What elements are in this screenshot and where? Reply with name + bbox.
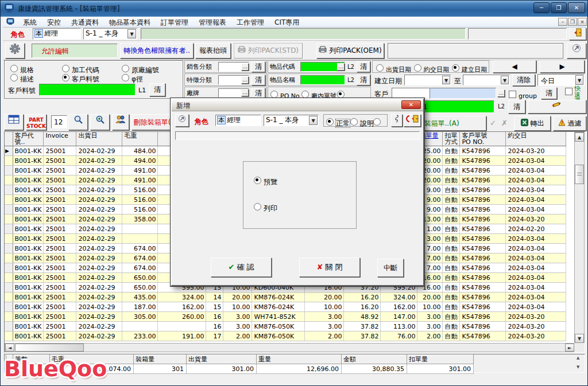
customer-browse-button[interactable]: …: [497, 89, 505, 97]
scroll-left-icon[interactable]: ◄: [5, 344, 14, 352]
minimize-button[interactable]: ─: [533, 2, 550, 13]
switch-role-button[interactable]: 轉換角色權限擁有者..: [120, 43, 194, 59]
column-header[interactable]: 出貨日: [76, 132, 122, 146]
clear-customer-button[interactable]: 清: [541, 87, 557, 99]
column-header[interactable]: 扣單 方式: [443, 132, 460, 146]
item-name-input[interactable]: [300, 75, 345, 85]
table-row[interactable]: B001-KK250012024-02-29305.00260.00163.00…: [5, 312, 566, 322]
clear-sale-class-button[interactable]: 清: [252, 61, 265, 72]
column-header[interactable]: 客戶代號..: [13, 132, 44, 146]
abort-button[interactable]: 中斷: [377, 259, 404, 277]
customer-name-input[interactable]: [430, 88, 496, 99]
brand-browse-button[interactable]: …: [241, 89, 249, 96]
feat-class-browse-button[interactable]: …: [241, 76, 249, 84]
radio-due-date[interactable]: 約交日期: [414, 63, 449, 74]
menu-item-1[interactable]: 安控: [42, 17, 66, 29]
radio-cust-part[interactable]: 客戶料號: [62, 73, 99, 84]
print-oem-button[interactable]: 列印PACK(OEM): [316, 43, 384, 59]
item-code-browse-button[interactable]: …: [337, 63, 345, 71]
page-size-input[interactable]: 12: [51, 115, 67, 128]
mdi-close-icon[interactable]: ×: [578, 18, 587, 26]
vertical-scrollbar[interactable]: ▲ ▼: [574, 132, 585, 343]
grid-view-button[interactable]: [4, 114, 24, 130]
clear-item-code-button[interactable]: 清: [357, 61, 370, 72]
radio-desc[interactable]: 描述: [10, 73, 34, 84]
scrollbar-thumb[interactable]: [15, 344, 84, 352]
today-combo[interactable]: 今日 ▼: [537, 74, 585, 86]
export-button[interactable]: 轉出: [514, 116, 551, 131]
settings-button[interactable]: [5, 43, 25, 59]
exit-button[interactable]: [569, 28, 586, 40]
scroll-right-icon[interactable]: ►: [565, 344, 574, 352]
summary-scroll-down-icon[interactable]: ▼: [577, 365, 579, 369]
radio-explain[interactable]: 說明: [350, 117, 374, 128]
chevron-down-icon[interactable]: ▼: [442, 76, 450, 84]
prev-button[interactable]: ◀: [493, 60, 536, 73]
search-button[interactable]: [68, 114, 88, 130]
report-header-button[interactable]: 報表抬頭: [195, 43, 231, 59]
filter-button[interactable]: ? 過濾(2): [553, 116, 586, 131]
group-checkbox[interactable]: group: [509, 89, 537, 100]
menu-item-7[interactable]: CIT專用: [269, 17, 304, 29]
clear-feat-class-button[interactable]: 清: [252, 75, 265, 85]
column-header[interactable]: [5, 132, 13, 146]
role-select[interactable]: S-1 _ 本身 ▼: [83, 28, 137, 40]
scroll-down-icon[interactable]: ▼: [575, 334, 584, 343]
radio-create-date[interactable]: 建立日期: [452, 63, 487, 74]
column-header[interactable]: 客戶單號 PO NO.: [460, 132, 506, 146]
clear-invoice-button[interactable]: 清: [508, 100, 525, 114]
menu-item-3[interactable]: 物品基本資料: [104, 17, 156, 29]
mdi-restore-icon[interactable]: ❐: [568, 18, 577, 26]
column-header[interactable]: 約交日: [506, 132, 566, 146]
quick-select-checkbox[interactable]: [565, 87, 572, 98]
clear-range-button[interactable]: 清除: [512, 74, 535, 86]
radio-preview[interactable]: 預覽: [254, 176, 277, 187]
clear-cust-part-button[interactable]: 清: [149, 83, 165, 96]
horizontal-scrollbar[interactable]: ◄ ►: [5, 343, 574, 352]
summary-scroll-up-icon[interactable]: ▲: [577, 356, 579, 360]
clear-brand-button[interactable]: 清: [252, 88, 265, 98]
cust-part-input[interactable]: [39, 84, 136, 96]
attachment-button[interactable]: [391, 114, 403, 127]
menu-item-6[interactable]: 工作管理: [231, 17, 269, 29]
menu-item-0[interactable]: 系統: [18, 17, 42, 29]
column-header[interactable]: 毛重: [122, 132, 158, 146]
users-button[interactable]: [112, 114, 129, 130]
edit-button[interactable]: [528, 100, 586, 114]
next-button[interactable]: ▶: [540, 60, 585, 73]
chevron-down-icon[interactable]: ▼: [127, 29, 136, 38]
radio-ship-date[interactable]: 出貨日期: [376, 63, 411, 74]
mdi-minimize-icon[interactable]: –: [558, 18, 567, 26]
close-button[interactable]: ✕: [568, 2, 585, 13]
maximize-button[interactable]: ❐: [551, 2, 567, 13]
close-dialog-button[interactable]: ✘ 關 閉: [299, 258, 360, 277]
date-from-combo[interactable]: ▼: [404, 75, 451, 85]
table-row[interactable]: B001-KK250012024-02-29163.00KM876-050K3.…: [5, 322, 566, 332]
radio-dia[interactable]: φ徑: [122, 73, 143, 84]
search-plus-button[interactable]: [90, 114, 110, 130]
clear-item-name-button[interactable]: 清: [357, 75, 370, 85]
customer-code-input[interactable]: [392, 88, 430, 99]
radio-print[interactable]: 列印: [254, 202, 277, 213]
confirm-button[interactable]: ✔ 確 認: [211, 258, 272, 277]
chevron-down-icon[interactable]: ▼: [501, 76, 509, 84]
chevron-down-icon[interactable]: ▼: [309, 116, 318, 125]
dialog-role-select[interactable]: S-1 _ 本身 ▼: [264, 115, 319, 126]
scroll-up-icon[interactable]: ▲: [575, 132, 584, 142]
radio-normal[interactable]: 正常: [326, 117, 350, 128]
scrollbar-thumb[interactable]: [575, 165, 584, 184]
dialog-shortcut-button[interactable]: [175, 114, 189, 127]
dialog-role-field[interactable]: 本經理: [215, 115, 261, 126]
sale-class-browse-button[interactable]: …: [241, 63, 249, 71]
dialog-close-button[interactable]: ✕: [401, 100, 421, 109]
chevron-down-icon[interactable]: ▼: [575, 75, 583, 85]
table-row[interactable]: B001-KK250012024-02-29435.00324.001420.0…: [5, 293, 566, 302]
dialog-exit-button[interactable]: [409, 114, 421, 127]
column-header[interactable]: Invoice: [44, 132, 76, 146]
menu-item-2[interactable]: 共通資料: [66, 17, 104, 29]
table-row[interactable]: B001-KK250012024-02-29233.00191.00172.00…: [5, 332, 566, 341]
table-row[interactable]: B001-KK250012024-02-29187.00162.001510.0…: [5, 302, 566, 312]
dialog-title-bar[interactable]: 新增 ✕: [172, 99, 423, 111]
menu-item-5[interactable]: 管理報表: [194, 17, 231, 29]
menu-item-4[interactable]: 訂單管理: [156, 17, 194, 29]
